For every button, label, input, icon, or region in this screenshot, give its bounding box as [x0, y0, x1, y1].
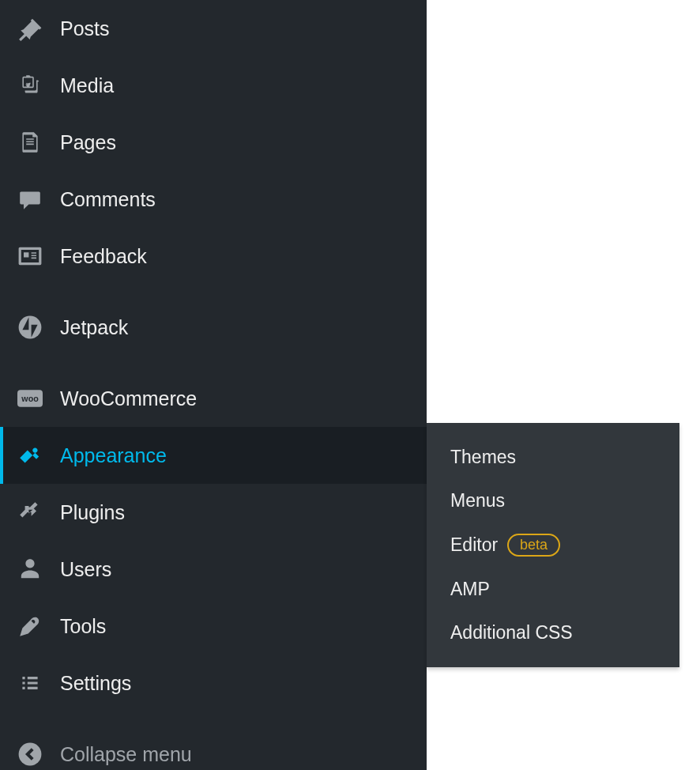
feedback-icon — [16, 242, 44, 270]
submenu-item-label: Themes — [450, 447, 516, 468]
sidebar-item-label: Settings — [60, 672, 131, 695]
sidebar-item-jetpack[interactable]: Jetpack — [0, 299, 427, 356]
sidebar-item-media[interactable]: Media — [0, 57, 427, 114]
svg-point-3 — [19, 743, 42, 766]
sidebar-item-plugins[interactable]: Plugins — [0, 484, 427, 541]
sidebar-item-label: Users — [60, 558, 111, 581]
svg-point-0 — [19, 316, 42, 339]
sidebar-item-label: Jetpack — [60, 316, 128, 339]
menu-separator — [0, 356, 427, 370]
sidebar-item-label: WooCommerce — [60, 387, 197, 410]
users-icon — [16, 555, 44, 583]
sidebar-item-label: Comments — [60, 188, 156, 211]
sidebar-item-comments[interactable]: Comments — [0, 171, 427, 228]
submenu-item-additional-css[interactable]: Additional CSS — [427, 611, 679, 655]
sidebar-item-label: Posts — [60, 17, 110, 40]
sidebar-item-posts[interactable]: Posts — [0, 0, 427, 57]
sidebar-item-appearance[interactable]: Appearance — [0, 427, 427, 484]
submenu-item-amp[interactable]: AMP — [427, 568, 679, 611]
jetpack-icon — [16, 313, 44, 342]
beta-badge: beta — [507, 534, 560, 557]
sidebar-item-label: Pages — [60, 131, 116, 154]
submenu-item-label: Editor — [450, 534, 498, 556]
sidebar-item-feedback[interactable]: Feedback — [0, 228, 427, 285]
menu-separator — [0, 285, 427, 299]
submenu-item-editor[interactable]: Editor beta — [427, 523, 679, 568]
settings-icon — [16, 669, 44, 697]
sidebar-item-woocommerce[interactable]: woo WooCommerce — [0, 370, 427, 427]
sidebar-item-label: Media — [60, 74, 114, 97]
tools-icon — [16, 612, 44, 640]
sidebar-item-label: Plugins — [60, 501, 125, 524]
sidebar-item-label: Feedback — [60, 245, 147, 268]
menu-separator — [0, 711, 427, 726]
submenu-item-menus[interactable]: Menus — [427, 479, 679, 523]
sidebar-item-settings[interactable]: Settings — [0, 655, 427, 711]
appearance-icon — [16, 441, 44, 470]
collapse-icon — [16, 740, 44, 768]
sidebar-item-tools[interactable]: Tools — [0, 598, 427, 655]
appearance-submenu: Themes Menus Editor beta AMP Additional … — [427, 423, 679, 667]
submenu-item-label: Additional CSS — [450, 622, 573, 644]
sidebar-item-label: Tools — [60, 615, 106, 638]
collapse-label: Collapse menu — [60, 743, 192, 766]
submenu-item-themes[interactable]: Themes — [427, 436, 679, 479]
sidebar-item-users[interactable]: Users — [0, 541, 427, 598]
svg-text:woo: woo — [21, 394, 39, 403]
submenu-item-label: Menus — [450, 490, 505, 511]
sidebar-item-label: Appearance — [60, 444, 167, 467]
submenu-item-label: AMP — [450, 579, 490, 600]
admin-sidebar: Posts Media Pages Comments Feedback Jetp… — [0, 0, 427, 770]
pin-icon — [16, 14, 44, 43]
plugins-icon — [16, 498, 44, 527]
woocommerce-icon: woo — [16, 384, 44, 413]
comments-icon — [16, 185, 44, 213]
media-icon — [16, 71, 44, 100]
sidebar-item-pages[interactable]: Pages — [0, 114, 427, 171]
collapse-menu-button[interactable]: Collapse menu — [0, 726, 427, 770]
pages-icon — [16, 128, 44, 157]
